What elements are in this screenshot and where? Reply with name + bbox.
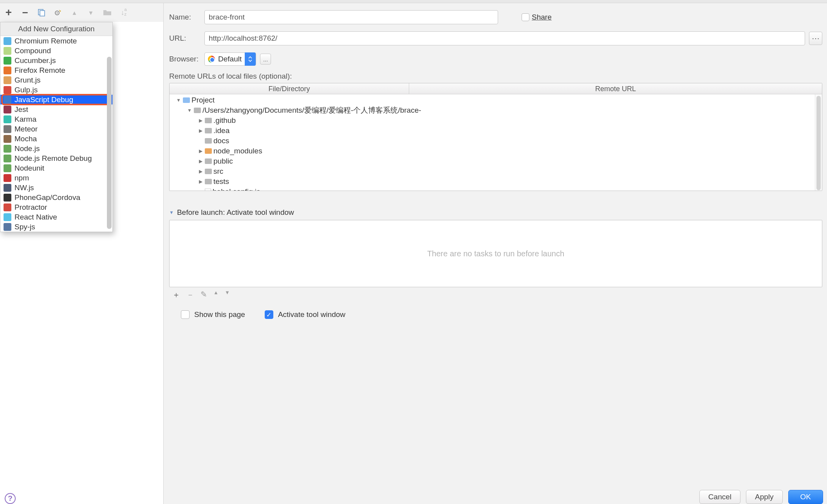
config-type-node-js[interactable]: Node.js — [0, 144, 112, 153]
expand-icon[interactable]: ▼ — [187, 108, 192, 113]
ok-button[interactable]: OK — [788, 490, 823, 504]
folder-icon — [205, 138, 212, 144]
share-checkbox[interactable] — [522, 13, 529, 21]
config-type-label: Compound — [14, 47, 51, 55]
config-type-meteor[interactable]: Meteor — [0, 124, 112, 134]
tree-row[interactable]: ▶ .github — [171, 115, 820, 126]
expand-icon[interactable]: ▶ — [198, 179, 203, 184]
config-type-react-native[interactable]: React Native — [0, 212, 112, 222]
window-titlebar: Run/Debug Configurations — [0, 0, 827, 3]
name-input[interactable] — [204, 10, 498, 24]
expand-icon[interactable]: ▼ — [176, 97, 181, 103]
dropdown-scrollbar[interactable] — [107, 57, 112, 229]
add-config-button[interactable]: + — [4, 8, 13, 17]
browser-value: Default — [218, 55, 242, 63]
add-config-dropdown: Add New Configuration Chromium RemoteCom… — [0, 22, 113, 232]
url-ellipsis-button[interactable]: ⋯ — [809, 32, 822, 45]
config-type-gulp-js[interactable]: Gulp.js — [0, 85, 112, 95]
task-up-button[interactable]: ▲ — [213, 290, 218, 300]
config-type-icon — [4, 174, 11, 182]
config-type-label: Node.js Remote Debug — [14, 154, 92, 163]
activate-tool-window-checkbox[interactable]: ✓ — [265, 310, 273, 319]
move-down-button[interactable]: ▼ — [86, 8, 96, 17]
config-type-cucumber-js[interactable]: Cucumber.js — [0, 56, 112, 65]
sort-button[interactable]: ↓az — [119, 8, 128, 17]
tree-row[interactable]: ▶ src — [171, 166, 820, 176]
expand-icon[interactable]: ▶ — [198, 118, 203, 123]
tree-body[interactable]: ▼ Project▼ /Users/zhangyong/Documents/爱编… — [170, 94, 822, 191]
remove-config-button[interactable]: − — [20, 8, 30, 17]
expand-icon[interactable]: ▶ — [198, 128, 203, 133]
expand-icon[interactable]: ▶ — [198, 169, 203, 174]
task-edit-button[interactable]: ✎ — [200, 290, 207, 300]
config-type-protractor[interactable]: Protractor — [0, 202, 112, 212]
col-file-directory[interactable]: File/Directory — [170, 83, 409, 94]
config-type-label: Node.js — [14, 144, 40, 153]
config-type-mocha[interactable]: Mocha — [0, 134, 112, 144]
config-type-icon — [4, 213, 11, 221]
expand-icon[interactable]: ▶ — [198, 148, 203, 154]
settings-button[interactable] — [53, 8, 63, 17]
folder-button[interactable] — [103, 8, 112, 17]
chrome-icon — [208, 56, 215, 63]
config-type-label: Mocha — [14, 135, 37, 143]
tree-row[interactable]: ▼ /Users/zhangyong/Documents/爱编程/爱编程-个人博… — [171, 105, 820, 115]
config-type-npm[interactable]: npm — [0, 173, 112, 183]
cancel-button[interactable]: Cancel — [699, 490, 740, 504]
tree-row[interactable]: docs — [171, 136, 820, 146]
config-type-firefox-remote[interactable]: Firefox Remote — [0, 65, 112, 75]
col-remote-url[interactable]: Remote URL — [409, 83, 822, 94]
dropdown-list[interactable]: Chromium RemoteCompoundCucumber.jsFirefo… — [0, 36, 112, 232]
expand-icon[interactable]: ▶ — [198, 158, 203, 164]
tree-row[interactable]: babel.config.js — [171, 187, 820, 191]
before-launch-tasks: There are no tasks to run before launch — [169, 220, 822, 287]
apply-button[interactable]: Apply — [746, 490, 783, 504]
config-type-icon — [4, 115, 11, 123]
config-type-label: Jest — [14, 105, 28, 114]
config-type-icon — [4, 145, 11, 153]
browser-dropdown-arrow[interactable] — [245, 52, 256, 66]
config-type-jest[interactable]: Jest — [0, 104, 112, 114]
tree-label: docs — [213, 137, 229, 145]
browser-select[interactable]: Default — [204, 52, 256, 66]
tree-label: /Users/zhangyong/Documents/爱编程/爱编程-个人博客系… — [202, 105, 421, 115]
task-remove-button[interactable]: － — [186, 290, 194, 300]
config-type-nodeunit[interactable]: Nodeunit — [0, 163, 112, 173]
dropdown-header: Add New Configuration — [0, 22, 112, 36]
tree-row[interactable]: ▶ public — [171, 156, 820, 166]
config-type-icon — [4, 96, 11, 104]
config-type-grunt-js[interactable]: Grunt.js — [0, 75, 112, 85]
config-type-label: Nodeunit — [14, 164, 44, 173]
tree-row[interactable]: ▼ Project — [171, 95, 820, 105]
task-add-button[interactable]: ＋ — [172, 290, 180, 300]
config-type-spy-js[interactable]: Spy-js — [0, 222, 112, 232]
help-button[interactable]: ? — [5, 493, 16, 504]
config-type-karma[interactable]: Karma — [0, 114, 112, 124]
config-type-label: npm — [14, 174, 29, 182]
config-type-nw-js[interactable]: NW.js — [0, 183, 112, 193]
before-launch-disclose[interactable]: ▼ — [169, 210, 174, 215]
move-up-button[interactable]: ▲ — [70, 8, 79, 17]
remote-tree: File/Directory Remote URL ▼ Project▼ /Us… — [169, 83, 822, 191]
config-type-chromium-remote[interactable]: Chromium Remote — [0, 36, 112, 46]
config-type-label: Cucumber.js — [14, 56, 56, 65]
tree-row[interactable]: ▶ .idea — [171, 126, 820, 136]
config-type-icon — [4, 203, 11, 211]
tree-row[interactable]: ▶ node_modules — [171, 146, 820, 156]
tree-label: public — [213, 157, 233, 166]
config-type-node-js-remote-debug[interactable]: Node.js Remote Debug — [0, 153, 112, 163]
tree-scrollbar[interactable] — [815, 94, 822, 191]
config-type-icon — [4, 155, 11, 162]
browser-more-button[interactable]: ... — [260, 54, 271, 65]
tree-row[interactable]: ▶ tests — [171, 176, 820, 187]
copy-config-button[interactable] — [37, 8, 46, 17]
show-this-page-checkbox[interactable] — [181, 310, 190, 319]
task-down-button[interactable]: ▼ — [225, 290, 230, 300]
config-type-icon — [4, 86, 11, 94]
config-type-phonegap-cordova[interactable]: PhoneGap/Cordova — [0, 193, 112, 202]
url-input[interactable] — [204, 31, 805, 45]
config-type-icon — [4, 184, 11, 192]
config-type-icon — [4, 47, 11, 55]
config-type-compound[interactable]: Compound — [0, 46, 112, 56]
config-type-javascript-debug[interactable]: JavaScript Debug — [0, 95, 112, 104]
